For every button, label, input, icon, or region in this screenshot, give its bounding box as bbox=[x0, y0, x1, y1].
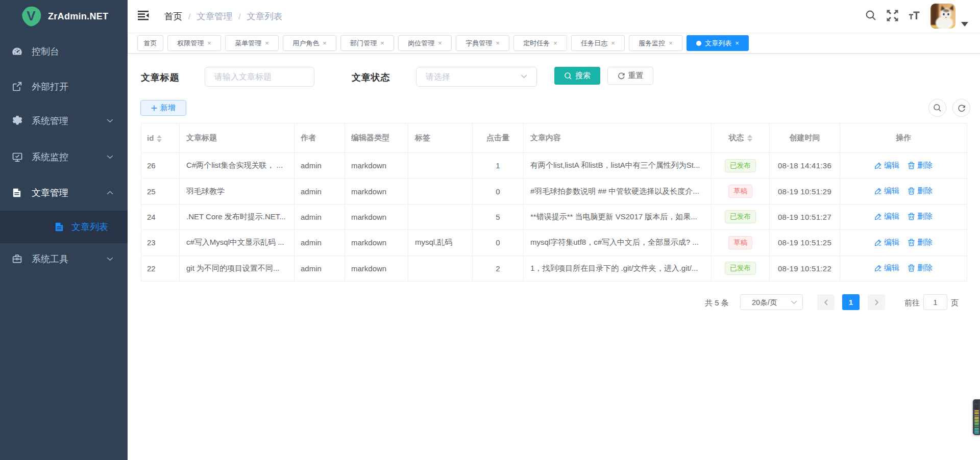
svg-text:V: V bbox=[27, 8, 36, 23]
